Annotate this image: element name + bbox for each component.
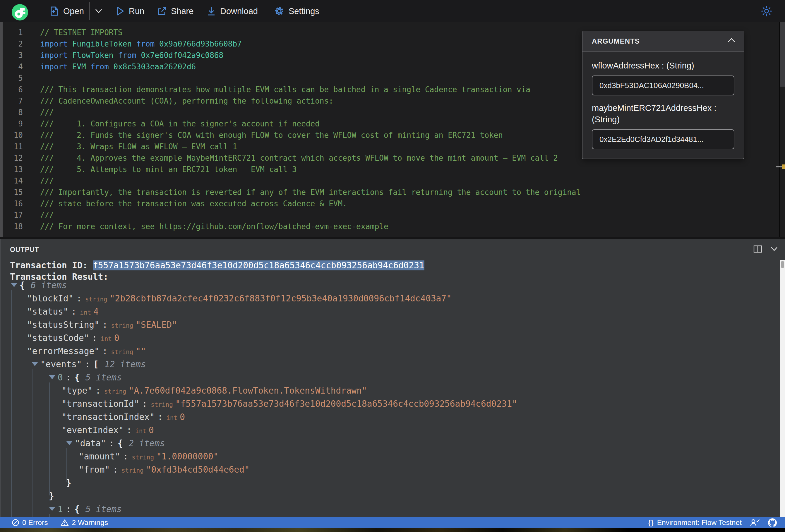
json-tree-row[interactable]: "from":string"0xfd3b4cd50d44e6ed" bbox=[0, 463, 785, 476]
json-tree-row[interactable]: } bbox=[0, 489, 785, 503]
run-button[interactable]: Run bbox=[116, 0, 144, 22]
open-label: Open bbox=[63, 6, 84, 16]
tree-collapse-arrow-icon[interactable] bbox=[66, 441, 73, 445]
line-number: 4 bbox=[3, 61, 23, 73]
warnings-label: 2 Warnings bbox=[72, 518, 108, 527]
error-icon bbox=[12, 519, 19, 527]
output-left-edge bbox=[0, 239, 1, 517]
feedback-icon[interactable] bbox=[750, 518, 760, 527]
overview-ruler-cursor-mark bbox=[776, 166, 782, 168]
code-line[interactable]: 18/// For more context, see https://gith… bbox=[3, 221, 785, 232]
tree-collapse-arrow-icon[interactable] bbox=[11, 283, 17, 287]
tree-collapse-arrow-icon[interactable] bbox=[32, 362, 38, 366]
warnings-status[interactable]: 2 Warnings bbox=[60, 518, 108, 527]
code-line[interactable]: 13/// 5. Attempts to mint an ERC721 toke… bbox=[3, 164, 785, 175]
json-tree-row[interactable]: } bbox=[0, 476, 785, 489]
tree-indent-guide bbox=[49, 382, 50, 496]
transaction-id-label: Transaction ID: bbox=[10, 260, 93, 270]
tree-collapse-arrow-icon[interactable] bbox=[49, 375, 55, 379]
code-text: // TESTNET IMPORTS bbox=[40, 27, 123, 38]
code-text: /// state before the transaction was exe… bbox=[40, 198, 347, 209]
output-scrollbar-track[interactable] bbox=[780, 260, 785, 517]
tree-collapse-arrow-icon[interactable] bbox=[49, 507, 55, 511]
code-line[interactable]: 15/// Importantly, the transaction is re… bbox=[3, 187, 785, 198]
theme-toggle-button[interactable] bbox=[761, 0, 772, 22]
environment-status[interactable]: {} Environment: Flow Testnet bbox=[648, 518, 742, 527]
editor-scrollbar-divider bbox=[779, 22, 780, 237]
line-number: 16 bbox=[3, 198, 23, 209]
line-number: 9 bbox=[3, 118, 23, 130]
split-view-icon[interactable] bbox=[753, 245, 762, 253]
run-label: Run bbox=[129, 6, 144, 16]
editor-vertical-scrollbar-thumb[interactable] bbox=[780, 22, 785, 86]
code-line[interactable]: 17/// bbox=[3, 209, 785, 221]
json-tree-row[interactable]: "type":string"A.7e60df042a9c0868.FlowTok… bbox=[0, 384, 785, 397]
line-number: 11 bbox=[3, 141, 23, 152]
errors-status[interactable]: 0 Errors bbox=[12, 518, 48, 527]
open-dropdown-button[interactable] bbox=[95, 0, 102, 22]
line-number: 1 bbox=[3, 27, 23, 38]
github-icon[interactable] bbox=[768, 518, 777, 527]
code-text: /// bbox=[40, 175, 54, 187]
line-number: 10 bbox=[3, 130, 23, 141]
line-number: 6 bbox=[3, 84, 23, 95]
tree-indent-guide bbox=[49, 514, 50, 517]
line-number: 14 bbox=[3, 175, 23, 187]
json-tree-row[interactable]: "errorMessage":string"" bbox=[0, 345, 785, 358]
json-tree-row[interactable]: "amount":string"1.00000000" bbox=[0, 450, 785, 463]
download-label: Download bbox=[220, 6, 258, 16]
open-file-icon bbox=[50, 6, 59, 16]
collapse-output-chevron-icon[interactable] bbox=[770, 246, 778, 252]
json-tree-row[interactable]: "eventIndex":int0 bbox=[0, 424, 785, 437]
code-text: import EVM from 0x8c5303eaa26202d6 bbox=[40, 61, 196, 73]
open-button[interactable]: Open bbox=[50, 0, 84, 22]
code-text: /// 1. Configures a COA in the signer's … bbox=[40, 118, 320, 130]
output-scrollbar-thumb[interactable] bbox=[781, 261, 784, 268]
gear-icon bbox=[274, 6, 284, 17]
output-header: OUTPUT bbox=[0, 239, 785, 260]
json-tree-row[interactable]: "data":{2 items bbox=[0, 437, 785, 450]
settings-button[interactable]: Settings bbox=[274, 0, 319, 22]
json-tree-row[interactable]: "blockId":string"2b28cbfb87da2cfec4f0232… bbox=[0, 292, 785, 305]
chevron-up-icon[interactable] bbox=[727, 38, 736, 43]
share-icon bbox=[157, 6, 167, 16]
line-number: 2 bbox=[3, 38, 23, 50]
json-tree-row[interactable]: {6 items bbox=[0, 279, 785, 292]
download-button[interactable]: Download bbox=[207, 0, 258, 22]
transaction-id-value[interactable]: f557a1573b76aa53e73d46f3e10d200d5c18a653… bbox=[93, 260, 424, 270]
code-line[interactable]: 16/// state before the transaction was e… bbox=[3, 198, 785, 209]
code-text: /// Importantly, the transaction is reve… bbox=[40, 187, 581, 198]
arguments-panel-header[interactable]: ARGUMENTS bbox=[582, 31, 744, 52]
json-tree-row[interactable]: "statusString":string"SEALED" bbox=[0, 319, 785, 332]
flow-playground-app: Open Run Share Dow bbox=[0, 0, 785, 532]
json-tree-row[interactable]: "events":[12 items bbox=[0, 358, 785, 371]
json-tree-row[interactable]: 1:{5 items bbox=[0, 503, 785, 516]
flow-logo[interactable] bbox=[12, 4, 28, 21]
settings-label: Settings bbox=[288, 6, 319, 16]
code-text: import FlowToken from 0x7e60df042a9c0868 bbox=[40, 50, 223, 61]
line-number: 3 bbox=[3, 50, 23, 61]
errors-label: 0 Errors bbox=[22, 518, 48, 527]
argument-input[interactable]: 0x2E2Ed0Cfd3AD2f1d34481... bbox=[592, 129, 734, 149]
output-title: OUTPUT bbox=[10, 246, 39, 254]
chevron-down-icon bbox=[95, 8, 102, 14]
code-line[interactable]: 14/// bbox=[3, 175, 785, 187]
json-tree-row[interactable]: "status":int4 bbox=[0, 305, 785, 319]
line-number: 18 bbox=[3, 221, 23, 232]
status-bar: 0 Errors 2 Warnings {} Environment: Flow… bbox=[0, 517, 785, 528]
flow-logo-icon bbox=[12, 4, 28, 21]
json-tree-row[interactable]: "statusCode":int0 bbox=[0, 332, 785, 345]
argument-input[interactable]: 0xd3bF53DAC106A0290B04... bbox=[592, 76, 734, 95]
transaction-id-row: Transaction ID: f557a1573b76aa53e73d46f3… bbox=[0, 260, 785, 271]
json-tree-row[interactable]: "transactionIndex":int0 bbox=[0, 410, 785, 424]
output-content[interactable]: Transaction ID: f557a1573b76aa53e73d46f3… bbox=[0, 260, 785, 517]
arguments-title: ARGUMENTS bbox=[582, 37, 640, 45]
share-button[interactable]: Share bbox=[157, 0, 194, 22]
code-text: /// CadenceOwnedAccount (COA), performin… bbox=[40, 95, 333, 107]
toolbar: Open Run Share Dow bbox=[0, 0, 785, 22]
json-tree-row[interactable]: 0:{5 items bbox=[0, 371, 785, 384]
json-tree-row[interactable]: "transactionId":string"f557a1573b76aa53e… bbox=[0, 397, 785, 410]
editor-output-divider[interactable] bbox=[0, 237, 785, 239]
warning-icon bbox=[60, 519, 69, 527]
line-number: 15 bbox=[3, 187, 23, 198]
